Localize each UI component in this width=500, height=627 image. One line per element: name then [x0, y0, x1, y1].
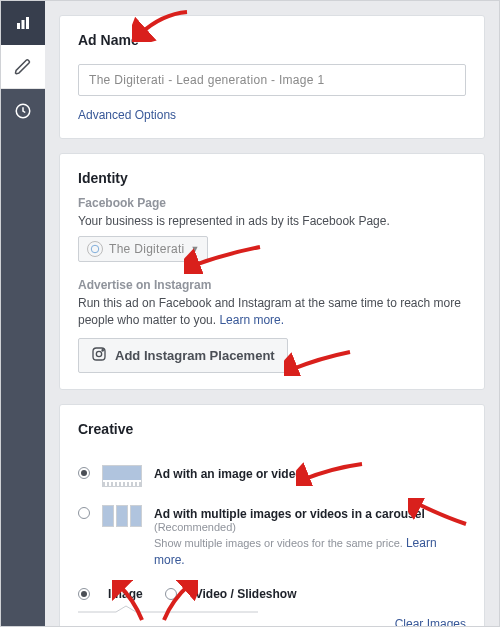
identity-title: Identity	[78, 170, 466, 186]
page-avatar-icon	[87, 241, 103, 257]
thumb-carousel-icon	[102, 505, 142, 527]
page-selector-label: The Digiterati	[109, 242, 185, 256]
instagram-icon	[91, 346, 107, 365]
identity-card: Identity Facebook Page Your business is …	[59, 153, 485, 390]
instagram-heading: Advertise on Instagram	[78, 278, 466, 292]
svg-rect-1	[22, 20, 25, 29]
svg-rect-0	[17, 23, 20, 29]
creative-option-carousel-label: Ad with multiple images or videos in a c…	[154, 507, 466, 533]
add-instagram-placement-button[interactable]: Add Instagram Placement	[78, 338, 288, 373]
media-tab-video-label[interactable]: Video / Slideshow	[195, 587, 297, 601]
instagram-learn-more-link[interactable]: Learn more.	[219, 313, 284, 327]
ad-name-title: Ad Name	[78, 32, 466, 48]
facebook-page-selector[interactable]: The Digiterati ▼	[78, 236, 208, 262]
facebook-page-heading: Facebook Page	[78, 196, 466, 210]
svg-point-6	[96, 352, 101, 357]
clock-icon	[14, 102, 32, 120]
chevron-down-icon: ▼	[191, 244, 200, 254]
add-instagram-placement-label: Add Instagram Placement	[115, 348, 275, 363]
bar-chart-icon	[14, 14, 32, 32]
ad-editor-frame: Ad Name Advanced Options Identity Facebo…	[0, 0, 500, 627]
nav-history[interactable]	[1, 89, 45, 133]
creative-card: Creative Ad with an image or video Ad wi…	[59, 404, 485, 626]
creative-title: Creative	[78, 421, 466, 437]
svg-point-4	[91, 245, 99, 253]
left-nav-rail	[1, 1, 45, 626]
ad-name-card: Ad Name Advanced Options	[59, 15, 485, 139]
main-column: Ad Name Advanced Options Identity Facebo…	[45, 1, 499, 626]
svg-rect-2	[26, 17, 29, 29]
recommended-label: (Recommended)	[154, 521, 466, 533]
creative-option-single-row[interactable]: Ad with an image or video	[78, 457, 466, 497]
media-type-tabs: Image Video / Slideshow	[78, 587, 466, 601]
radio-carousel[interactable]	[78, 507, 90, 519]
svg-point-7	[102, 350, 103, 351]
clear-images-link[interactable]: Clear Images	[395, 617, 466, 626]
creative-option-single-label: Ad with an image or video	[154, 467, 303, 481]
tab-indicator	[78, 605, 466, 611]
advanced-options-link[interactable]: Advanced Options	[78, 108, 176, 122]
nav-edit[interactable]	[1, 45, 45, 89]
facebook-page-desc: Your business is represented in ads by i…	[78, 213, 466, 230]
pencil-icon	[14, 58, 32, 76]
creative-option-carousel-row[interactable]: Ad with multiple images or videos in a c…	[78, 497, 466, 579]
radio-image-tab[interactable]	[78, 588, 90, 600]
nav-performance[interactable]	[1, 1, 45, 45]
carousel-desc: Show multiple images or videos for the s…	[154, 535, 466, 569]
ad-name-input[interactable]	[78, 64, 466, 96]
media-tab-image-label[interactable]: Image	[108, 587, 143, 601]
radio-single-image-video[interactable]	[78, 467, 90, 479]
instagram-desc: Run this ad on Facebook and Instagram at…	[78, 295, 466, 329]
thumb-single-icon	[102, 465, 142, 487]
radio-video-tab[interactable]	[165, 588, 177, 600]
